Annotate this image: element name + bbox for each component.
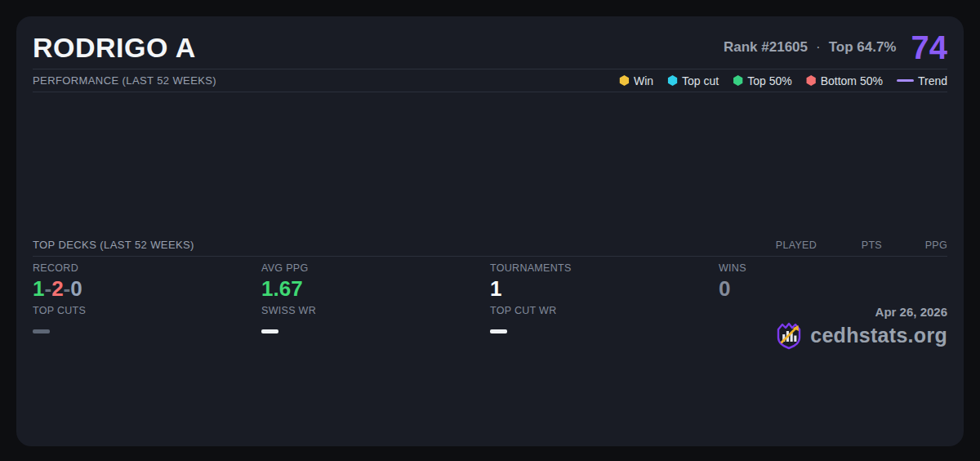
top-decks-header-row: TOP DECKS (LAST 52 WEEKS) PLAYED PTS PPG <box>33 234 947 257</box>
legend-item-top-cut: Top cut <box>667 74 719 87</box>
legend-label: Bottom 50% <box>821 74 883 87</box>
stat-label: TOP CUTS <box>33 305 261 316</box>
card-header: RODRIGO A Rank #21605 · Top 64.7% 74 <box>33 16 947 69</box>
column-header-pts: PTS <box>817 239 882 251</box>
stat-label: TOURNAMENTS <box>490 262 719 274</box>
record-value: 1-2-0 <box>33 277 261 301</box>
top-decks-columns: PLAYED PTS PPG <box>751 239 947 251</box>
trend-line-icon <box>897 79 914 82</box>
stats-row-2: TOP CUTS SWISS WR TOP CUT WR Apr 26, 202… <box>33 302 947 446</box>
top-percent-text: Top 64.7% <box>829 39 897 56</box>
player-name: RODRIGO A <box>33 32 196 64</box>
brand-name: cedhstats.org <box>810 324 947 347</box>
stat-record: RECORD 1-2-0 <box>33 262 261 302</box>
stat-top-cut-wr: TOP CUT WR <box>490 305 719 446</box>
footer-date: Apr 26, 2026 <box>875 305 947 319</box>
legend-item-trend: Trend <box>897 74 947 87</box>
stat-label: TOP CUT WR <box>490 305 719 316</box>
record-sep: - <box>44 276 51 301</box>
top-decks-section-label: TOP DECKS (LAST 52 WEEKS) <box>33 239 194 251</box>
player-score: 74 <box>911 31 948 64</box>
legend-label: Win <box>634 74 653 87</box>
chart-legend: Win Top cut Top 50% Bottom 50% Trend <box>619 74 947 87</box>
brand-link[interactable]: cedhstats.org <box>774 320 947 350</box>
top-50-marker-icon <box>733 75 743 86</box>
record-wins: 1 <box>33 276 44 301</box>
stat-label: SWISS WR <box>261 305 490 316</box>
performance-chart <box>33 92 947 234</box>
bottom-50-marker-icon <box>806 75 817 86</box>
stat-wins: WINS 0 <box>719 262 947 302</box>
top-cut-marker-icon <box>667 75 678 86</box>
record-sep: - <box>64 276 71 301</box>
rank-text: Rank #21605 <box>724 39 808 56</box>
stat-label: AVG PPG <box>261 262 490 274</box>
stat-avg-ppg: AVG PPG 1.67 <box>261 262 490 302</box>
rank-area: Rank #21605 · Top 64.7% 74 <box>724 31 947 64</box>
column-header-played: PLAYED <box>751 239 817 251</box>
legend-label: Top 50% <box>747 74 791 87</box>
top-cut-wr-empty-dash <box>490 329 507 333</box>
swiss-wr-empty-dash <box>261 329 278 333</box>
stat-top-cuts: TOP CUTS <box>33 305 261 446</box>
performance-section-label: PERFORMANCE (LAST 52 WEEKS) <box>33 74 216 87</box>
legend-item-win: Win <box>619 74 653 87</box>
stats-row-1: RECORD 1-2-0 AVG PPG 1.67 TOURNAMENTS 1 … <box>33 257 947 302</box>
rank-separator: · <box>816 39 821 56</box>
record-losses: 2 <box>51 276 63 301</box>
top-cuts-empty-dash <box>33 329 50 333</box>
tournaments-value: 1 <box>490 277 719 301</box>
legend-item-bottom-50: Bottom 50% <box>806 74 883 87</box>
legend-label: Top cut <box>682 74 719 87</box>
stat-label: RECORD <box>33 262 261 274</box>
stat-tournaments: TOURNAMENTS 1 <box>490 262 719 302</box>
legend-label: Trend <box>918 74 947 87</box>
player-stats-card: RODRIGO A Rank #21605 · Top 64.7% 74 PER… <box>16 16 964 446</box>
win-marker-icon <box>619 75 630 86</box>
avg-ppg-value: 1.67 <box>261 277 490 301</box>
footer: Apr 26, 2026 cedhstats.org <box>719 305 947 446</box>
cedhstats-logo-icon <box>774 320 804 350</box>
wins-value: 0 <box>719 277 947 301</box>
stat-label: WINS <box>719 262 947 274</box>
stat-swiss-wr: SWISS WR <box>261 305 490 446</box>
record-draws: 0 <box>70 276 82 301</box>
legend-item-top-50: Top 50% <box>733 74 791 87</box>
column-header-ppg: PPG <box>882 239 947 251</box>
performance-header-row: PERFORMANCE (LAST 52 WEEKS) Win Top cut … <box>33 69 947 92</box>
